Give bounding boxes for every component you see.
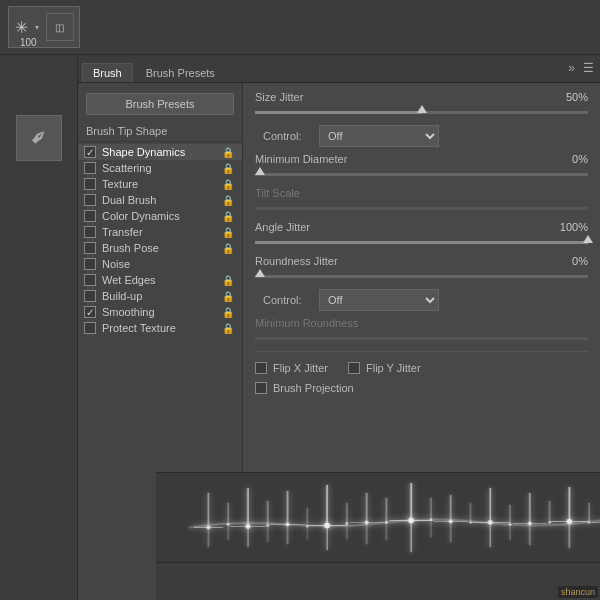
roundness-jitter-track (255, 275, 588, 278)
lock-smoothing: 🔒 (222, 307, 234, 318)
checkbox-scattering[interactable] (84, 162, 96, 174)
angle-jitter-thumb (583, 235, 593, 243)
angle-jitter-value: 100% (560, 221, 588, 233)
label-shape-dynamics: Shape Dynamics (102, 146, 222, 158)
tilt-scale-row: Tilt Scale (255, 187, 588, 215)
tool-preview[interactable]: ✒ (16, 115, 62, 161)
size-jitter-thumb (417, 105, 427, 113)
brush-dropdown-arrow: ▾ (35, 23, 39, 32)
preset-button[interactable]: Brush Presets (86, 93, 234, 115)
flip-x-jitter-row: Flip X Jitter (255, 362, 328, 374)
svg-point-74 (567, 519, 573, 525)
label-texture: Texture (102, 178, 222, 190)
brush-stroke-svg (156, 473, 600, 562)
divider (255, 351, 588, 352)
expand-icon[interactable]: » (568, 61, 575, 75)
size-control-select[interactable]: Off Fade Pen Pressure Pen Tilt (319, 125, 439, 147)
label-build-up: Build-up (102, 290, 222, 302)
checkbox-color-dynamics[interactable] (84, 210, 96, 222)
checkbox-flip-x[interactable] (255, 362, 267, 374)
angle-jitter-label: Angle Jitter (255, 221, 310, 233)
svg-point-76 (588, 521, 591, 524)
label-wet-edges: Wet Edges (102, 274, 222, 286)
list-item-wet-edges[interactable]: Wet Edges 🔒 (78, 272, 242, 288)
min-diameter-value: 0% (572, 153, 588, 165)
lock-transfer: 🔒 (222, 227, 234, 238)
roundness-control-label: Control: (263, 294, 313, 306)
lock-dual-brush: 🔒 (222, 195, 234, 206)
label-flip-y: Flip Y Jitter (366, 362, 421, 374)
min-diameter-thumb (255, 167, 265, 175)
checkbox-texture[interactable] (84, 178, 96, 190)
bottom-bar: 🍃 ⊞ ↗ (156, 562, 600, 600)
svg-point-39 (385, 521, 388, 524)
angle-jitter-fill (255, 241, 588, 244)
top-toolbar: ✳ ▾ ◫ 100 (0, 0, 600, 55)
tab-brush-presets[interactable]: Brush Presets (135, 63, 226, 82)
checkbox-build-up[interactable] (84, 290, 96, 302)
lock-wet-edges: 🔒 (222, 275, 234, 286)
svg-point-44 (408, 518, 414, 524)
min-diameter-label: Minimum Diameter (255, 153, 347, 165)
brush-selector[interactable]: ✳ ▾ ◫ (8, 6, 80, 48)
svg-point-67 (528, 521, 532, 525)
min-diameter-track (255, 173, 588, 176)
checkbox-protect-texture[interactable] (84, 322, 96, 334)
checkbox-noise[interactable] (84, 258, 96, 270)
list-item-smoothing[interactable]: ✓ Smoothing 🔒 (78, 304, 242, 320)
watermark: shancun (558, 586, 598, 598)
roundness-control-select[interactable]: Off Fade Pen Pressure Pen Tilt (319, 289, 439, 311)
roundness-jitter-label: Roundness Jitter (255, 255, 338, 267)
min-diameter-slider[interactable] (255, 167, 588, 181)
tab-brush[interactable]: Brush (82, 63, 133, 82)
angle-jitter-track (255, 241, 588, 244)
checkbox-transfer[interactable] (84, 226, 96, 238)
brush-preview-area (156, 472, 600, 562)
roundness-control-row: Control: Off Fade Pen Pressure Pen Tilt (255, 289, 588, 311)
checkbox-flip-y[interactable] (348, 362, 360, 374)
list-item-scattering[interactable]: Scattering 🔒 (78, 160, 242, 176)
list-item-build-up[interactable]: Build-up 🔒 (78, 288, 242, 304)
svg-point-15 (266, 524, 269, 527)
brush-mode-icon[interactable]: ◫ (46, 13, 74, 41)
list-item-texture[interactable]: Texture 🔒 (78, 176, 242, 192)
min-diameter-row: Minimum Diameter 0% (255, 153, 588, 181)
min-roundness-track (255, 337, 588, 340)
svg-point-47 (430, 518, 433, 521)
svg-point-69 (548, 521, 551, 524)
list-item-protect-texture[interactable]: Protect Texture 🔒 (78, 320, 242, 336)
label-protect-texture: Protect Texture (102, 322, 222, 334)
size-jitter-label: Size Jitter (255, 91, 303, 103)
min-roundness-label: Minimum Roundness (255, 317, 358, 329)
min-roundness-slider (255, 331, 588, 345)
roundness-jitter-slider[interactable] (255, 269, 588, 283)
angle-jitter-slider[interactable] (255, 235, 588, 249)
svg-point-52 (449, 519, 453, 523)
list-item-dual-brush[interactable]: Dual Brush 🔒 (78, 192, 242, 208)
checkbox-shape-dynamics[interactable]: ✓ (84, 146, 96, 158)
label-brush-projection: Brush Projection (273, 382, 354, 394)
size-jitter-slider[interactable] (255, 105, 588, 119)
checkbox-brush-projection[interactable] (255, 382, 267, 394)
checkbox-wet-edges[interactable] (84, 274, 96, 286)
checkbox-brush-pose[interactable] (84, 242, 96, 254)
size-jitter-track (255, 111, 588, 114)
section-header: Brush Tip Shape (78, 121, 242, 142)
list-item-shape-dynamics[interactable]: ✓ Shape Dynamics 🔒 (78, 144, 242, 160)
label-color-dynamics: Color Dynamics (102, 210, 222, 222)
roundness-jitter-thumb (255, 269, 265, 277)
list-item-color-dynamics[interactable]: Color Dynamics 🔒 (78, 208, 242, 224)
roundness-jitter-row: Roundness Jitter 0% (255, 255, 588, 283)
svg-point-7 (227, 523, 230, 526)
menu-icon[interactable]: ☰ (583, 61, 594, 75)
tab-icons: » ☰ (568, 61, 594, 75)
lock-texture: 🔒 (222, 179, 234, 190)
list-item-brush-pose[interactable]: Brush Pose 🔒 (78, 240, 242, 256)
angle-jitter-row: Angle Jitter 100% (255, 221, 588, 249)
checkbox-smoothing[interactable]: ✓ (84, 306, 96, 318)
list-item-transfer[interactable]: Transfer 🔒 (78, 224, 242, 240)
size-jitter-fill (255, 111, 422, 114)
list-item-noise[interactable]: Noise 🔒 (78, 256, 242, 272)
tab-bar: Brush Brush Presets » ☰ (78, 55, 600, 83)
checkbox-dual-brush[interactable] (84, 194, 96, 206)
